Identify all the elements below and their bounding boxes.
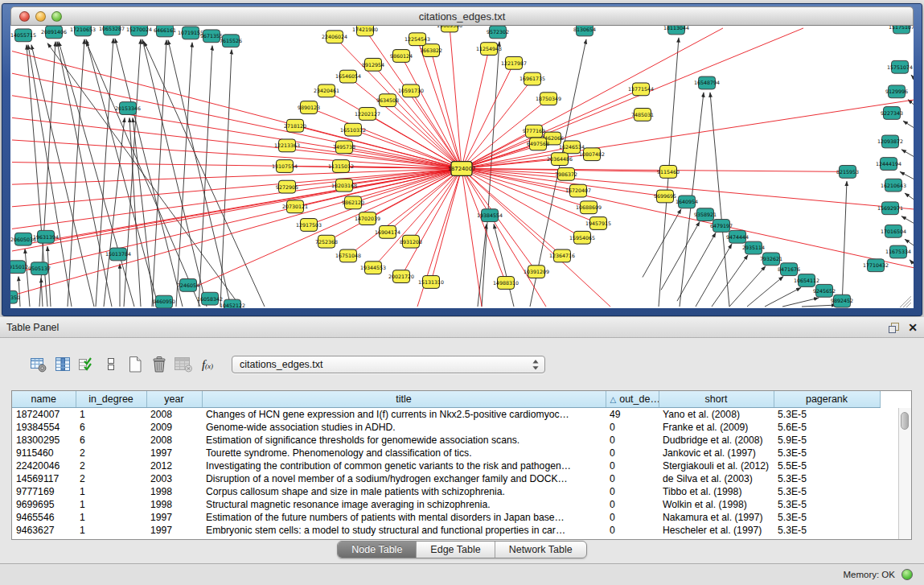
delete-table-button[interactable]	[150, 354, 169, 375]
table-row[interactable]: 1456911722003Disruption of a novel membe…	[12, 472, 900, 485]
graph-node[interactable]: 7252368	[315, 235, 338, 248]
graph-node[interactable]: 8215953	[836, 166, 859, 179]
table-row[interactable]: 1938455462009Genome-wide association stu…	[12, 421, 900, 434]
graph-node[interactable]: 10591730	[398, 84, 424, 97]
graph-node[interactable]: 19631394	[33, 230, 59, 243]
tab-network-table[interactable]: Network Table	[495, 542, 586, 558]
graph-node[interactable]: 7615526	[220, 35, 242, 47]
graph-node[interactable]: 8130654	[573, 26, 596, 36]
graph-node[interactable]: 7986372	[555, 167, 577, 180]
graph-node[interactable]: 22406024	[322, 31, 347, 43]
graph-node[interactable]: 8821350	[10, 290, 20, 303]
graph-node[interactable]: 15751074	[887, 60, 913, 73]
table-row[interactable]: 946362711997Embryonic stem cells: a mode…	[12, 524, 900, 537]
column-header-name[interactable]: name	[12, 391, 76, 408]
scrollbar-thumb[interactable]	[901, 412, 909, 430]
column-header-title[interactable]: title	[202, 391, 606, 408]
graph-node[interactable]: 7932621	[760, 253, 782, 266]
graph-node[interactable]: 1640954	[676, 196, 698, 208]
graph-node[interactable]: 10688609	[576, 201, 602, 214]
graph-node[interactable]: 16210643	[881, 179, 906, 192]
column-header-pagerank[interactable]: pagerank	[774, 391, 880, 408]
graph-node[interactable]: 17421980	[352, 26, 378, 36]
graph-node[interactable]: 16548794	[694, 76, 720, 89]
graph-node[interactable]: 19457915	[585, 217, 611, 230]
graph-node[interactable]: 2718120	[284, 119, 306, 132]
graph-node[interactable]: 9227343	[881, 107, 903, 120]
graph-node[interactable]: 6466161	[154, 26, 176, 37]
graph-node[interactable]: 7485031	[631, 109, 654, 122]
graph-node[interactable]: 9699695	[654, 190, 676, 203]
graph-node[interactable]: 9245652	[813, 284, 836, 297]
graph-node[interactable]: 14055715	[10, 29, 36, 42]
graph-node[interactable]: 20891406	[41, 26, 67, 39]
column-header-out_de[interactable]: △out_de…	[606, 391, 659, 408]
graph-node[interactable]: 20021720	[388, 270, 414, 283]
import-table-button-disabled[interactable]	[174, 354, 193, 375]
graph-node[interactable]: 18113044	[663, 26, 689, 35]
graph-node[interactable]: 6479197	[710, 220, 733, 233]
graph-node[interactable]: 9860124	[390, 50, 413, 63]
tab-node-table[interactable]: Node Table	[338, 542, 417, 558]
graph-node[interactable]: 18750349	[536, 93, 561, 105]
graph-node[interactable]: 9272905	[276, 180, 298, 193]
graph-node[interactable]: 18203168	[331, 179, 357, 192]
table-row[interactable]: 969969511998Structural magnetic resonanc…	[12, 498, 900, 511]
tab-edge-table[interactable]: Edge Table	[417, 542, 495, 558]
graph-node[interactable]: 14988310	[493, 277, 519, 290]
graph-node[interactable]: 13107554	[272, 160, 298, 173]
graph-node[interactable]: 15692971	[877, 202, 903, 215]
graph-node[interactable]: 20730121	[282, 200, 308, 213]
clear-selection-button[interactable]	[101, 354, 121, 375]
graph-node[interactable]: 16961735	[519, 72, 545, 85]
table-row[interactable]: 911546021997Tourette syndrome. Phenomeno…	[12, 447, 900, 459]
graph-node[interactable]: 12364716	[549, 249, 575, 262]
table-row[interactable]: 946554611997Estimation of the future num…	[12, 511, 900, 524]
column-header-year[interactable]: year	[146, 391, 202, 408]
table-row[interactable]: 2242004622012Investigating the contribut…	[12, 459, 900, 472]
minimize-window-button[interactable]	[35, 11, 46, 22]
graph-node[interactable]: 8931203	[400, 235, 422, 248]
graph-node[interactable]: 17710432	[863, 259, 889, 272]
graph-node[interactable]: 11675334	[885, 245, 911, 258]
citation-network-graph[interactable]: 1405571520891406172106531065328715270024…	[10, 26, 914, 308]
graph-node[interactable]: 17016504	[881, 225, 906, 237]
graph-node[interactable]: 16510332	[340, 123, 366, 136]
network-canvas[interactable]: 1405571520891406172106531065328715270024…	[10, 26, 914, 308]
graph-node[interactable]: 15175107	[889, 26, 914, 34]
zoom-window-button[interactable]	[51, 11, 62, 22]
table-selector-dropdown[interactable]: citations_edges.txt	[232, 356, 545, 373]
graph-node[interactable]: 15131310	[418, 276, 444, 289]
graph-node[interactable]: 9460950	[153, 295, 175, 308]
graph-node[interactable]: 12093872	[877, 135, 903, 148]
graph-node[interactable]: 7246054	[177, 279, 199, 292]
function-builder-button[interactable]: f(x)	[198, 354, 217, 375]
window-titlebar[interactable]: citations_edges.txt	[10, 6, 914, 26]
table-settings-button[interactable]	[29, 354, 48, 375]
graph-node[interactable]: 9890123	[298, 101, 320, 114]
graph-node[interactable]: 9862120	[342, 196, 364, 209]
close-panel-button[interactable]: ✕	[908, 322, 918, 333]
graph-node[interactable]: 16904174	[375, 225, 400, 238]
graph-node[interactable]: 16751048	[335, 249, 361, 262]
table-scrollbar[interactable]	[898, 408, 911, 539]
graph-node[interactable]: 11254943	[476, 43, 502, 56]
graph-node[interactable]: 19344553	[360, 262, 386, 274]
graph-node[interactable]: 7495738	[333, 141, 355, 154]
new-table-button[interactable]	[125, 354, 145, 375]
graph-node[interactable]: 9358921	[694, 208, 717, 221]
column-header-in_degree[interactable]: in_degree	[76, 391, 146, 408]
graph-node[interactable]: 23420461	[314, 84, 339, 97]
graph-node[interactable]: 9634508	[376, 94, 399, 107]
select-all-button[interactable]	[77, 354, 97, 375]
graph-node[interactable]: 19669508	[437, 26, 462, 32]
table-row[interactable]: 977716911998Corpus callosum shape and si…	[12, 485, 900, 498]
graph-node[interactable]: 18724007	[448, 162, 476, 176]
graph-node[interactable]: 2935114	[742, 241, 765, 254]
graph-node[interactable]: 9892452	[831, 295, 853, 307]
float-panel-button[interactable]	[888, 322, 900, 334]
graph-node[interactable]: 9115460	[657, 166, 680, 179]
graph-node[interactable]: 12444194	[876, 158, 901, 171]
graph-node[interactable]: 16546054	[335, 70, 361, 83]
graph-node[interactable]: 9474444	[726, 230, 749, 243]
